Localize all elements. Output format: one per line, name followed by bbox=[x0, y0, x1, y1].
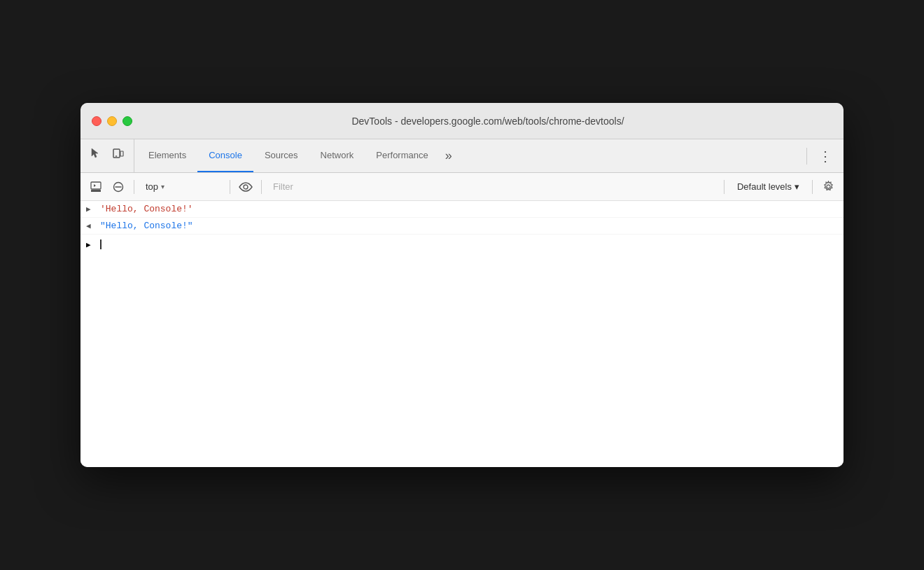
svg-point-8 bbox=[244, 185, 248, 189]
context-selector[interactable]: top ▾ bbox=[140, 179, 224, 195]
responsive-icon bbox=[112, 147, 125, 160]
window-title: DevTools - developers.google.com/web/too… bbox=[144, 116, 832, 127]
tab-sources[interactable]: Sources bbox=[253, 139, 309, 172]
more-tabs-button[interactable]: » bbox=[440, 139, 458, 172]
console-output-line-1: ▶ 'Hello, Console!' bbox=[80, 201, 844, 218]
toolbar-divider-4 bbox=[724, 180, 724, 194]
live-expressions-button[interactable] bbox=[236, 177, 255, 197]
toolbar-divider-2 bbox=[230, 180, 230, 194]
tab-console[interactable]: Console bbox=[197, 139, 253, 172]
gear-icon bbox=[822, 181, 834, 193]
expand-arrow-1[interactable]: ▶ bbox=[86, 204, 97, 214]
clear-icon bbox=[113, 181, 124, 193]
cursor-icon bbox=[90, 147, 102, 160]
console-toolbar: top ▾ Filter Default levels ▾ bbox=[80, 173, 844, 201]
maximize-button[interactable] bbox=[122, 116, 132, 126]
log-levels-button[interactable]: Default levels ▾ bbox=[730, 179, 806, 195]
toolbar-divider-1 bbox=[134, 180, 134, 194]
tab-bar-divider bbox=[806, 148, 807, 165]
console-input-line[interactable]: ▶ bbox=[80, 235, 844, 254]
devtools-menu-button[interactable]: ⋮ bbox=[813, 148, 838, 165]
svg-rect-4 bbox=[91, 190, 101, 192]
clear-console-button[interactable] bbox=[108, 177, 128, 197]
show-drawer-button[interactable] bbox=[86, 177, 106, 197]
tab-network[interactable]: Network bbox=[309, 139, 365, 172]
svg-marker-5 bbox=[94, 184, 96, 187]
tab-bar: Elements Console Sources Network Perform… bbox=[80, 139, 844, 173]
tab-bar-left-icons bbox=[86, 139, 134, 172]
console-settings-button[interactable] bbox=[818, 177, 838, 197]
console-content: ▶ 'Hello, Console!' ◀ "Hello, Console!" … bbox=[80, 201, 844, 467]
console-return-text-1: "Hello, Console!" bbox=[100, 221, 193, 231]
eye-icon bbox=[239, 182, 253, 192]
toolbar-divider-5 bbox=[812, 180, 813, 194]
tab-elements[interactable]: Elements bbox=[137, 139, 197, 172]
toolbar-divider-3 bbox=[261, 180, 262, 194]
console-cursor bbox=[100, 239, 102, 249]
svg-rect-1 bbox=[120, 151, 123, 156]
filter-placeholder: Filter bbox=[267, 179, 718, 195]
collapse-arrow-1[interactable]: ◀ bbox=[86, 221, 97, 230]
input-prompt-icon: ▶ bbox=[86, 240, 97, 249]
console-return-line-1: ◀ "Hello, Console!" bbox=[80, 218, 844, 235]
drawer-icon bbox=[90, 181, 102, 193]
console-output-text-1: 'Hello, Console!' bbox=[100, 204, 193, 214]
tab-performance[interactable]: Performance bbox=[365, 139, 439, 172]
title-bar: DevTools - developers.google.com/web/too… bbox=[80, 103, 844, 139]
device-toolbar-button[interactable] bbox=[108, 144, 128, 163]
svg-point-9 bbox=[827, 185, 830, 188]
inspect-element-button[interactable] bbox=[86, 144, 106, 163]
close-button[interactable] bbox=[92, 116, 102, 126]
tab-bar-right: ⋮ bbox=[801, 139, 838, 172]
traffic-lights bbox=[92, 116, 132, 126]
minimize-button[interactable] bbox=[107, 116, 117, 126]
devtools-window: DevTools - developers.google.com/web/too… bbox=[80, 103, 844, 467]
